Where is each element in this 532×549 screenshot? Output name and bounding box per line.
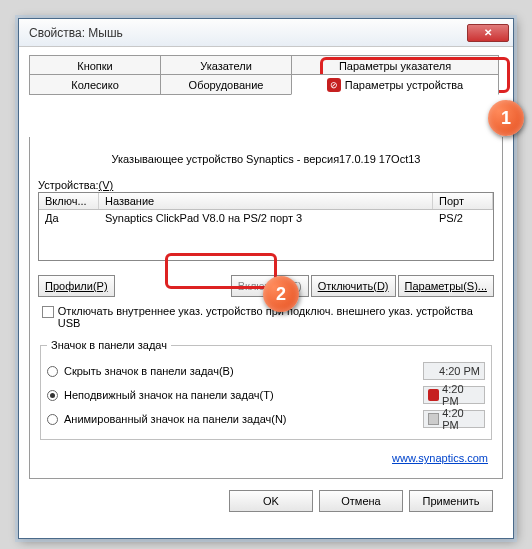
radio-static[interactable] (47, 390, 58, 401)
cell-port: PS/2 (433, 210, 493, 226)
synaptics-icon: ⊘ (327, 78, 341, 92)
dialog-footer: OK Отмена Применить (29, 479, 503, 522)
profiles-button[interactable]: Профили(P) (38, 275, 115, 297)
devices-label: Устройства:(V) (38, 179, 494, 191)
tray-icon-gray (428, 413, 439, 425)
dialog-window: Свойства: Мышь ✕ Кнопки Указатели Параме… (18, 18, 514, 539)
radio-row-hide: Скрыть значок в панели задач(B) 4:20 PM (47, 359, 485, 383)
tab-buttons[interactable]: Кнопки (29, 55, 161, 76)
radio-static-label: Неподвижный значок на панели задач(T) (64, 389, 417, 401)
tab-hardware[interactable]: Оборудование (160, 74, 292, 95)
titlebar: Свойства: Мышь ✕ (19, 19, 513, 47)
tab-panel: Указывающее устройство Synaptics - верси… (29, 137, 503, 479)
cell-name: Synaptics ClickPad V8.0 на PS/2 порт 3 (99, 210, 433, 226)
content-area: Кнопки Указатели Параметры указателя Кол… (19, 47, 513, 530)
preview-animated: 4:20 PM (423, 410, 485, 428)
radio-animated-label: Анимированный значок на панели задач(N) (64, 413, 417, 425)
radio-row-static: Неподвижный значок на панели задач(T) 4:… (47, 383, 485, 407)
preview-hide: 4:20 PM (423, 362, 485, 380)
radio-hide[interactable] (47, 366, 58, 377)
synaptics-link[interactable]: www.synaptics.com (392, 452, 488, 464)
button-row: Профили(P) Включить(E) Отключить(D) Пара… (38, 275, 494, 297)
tab-pointers[interactable]: Указатели (160, 55, 292, 76)
disable-button[interactable]: Отключить(D) (311, 275, 396, 297)
enable-button[interactable]: Включить(E) (231, 275, 309, 297)
parameters-button[interactable]: Параметры(S)... (398, 275, 494, 297)
tray-icon-legend: Значок в панели задач (47, 339, 171, 351)
radio-row-animated: Анимированный значок на панели задач(N) … (47, 407, 485, 431)
tab-device-settings-label: Параметры устройства (345, 79, 463, 91)
panel-header: Указывающее устройство Synaptics - верси… (38, 153, 494, 165)
col-enabled[interactable]: Включ... (39, 193, 99, 209)
disable-internal-label: Отключать внутреннее указ. устройство пр… (58, 305, 490, 329)
preview-static: 4:20 PM (423, 386, 485, 404)
window-title: Свойства: Мышь (29, 26, 467, 40)
devices-table: Включ... Название Порт Да Synaptics Clic… (38, 192, 494, 261)
ok-button[interactable]: OK (229, 490, 313, 512)
tab-wheel[interactable]: Колесико (29, 74, 161, 95)
cancel-button[interactable]: Отмена (319, 490, 403, 512)
table-row[interactable]: Да Synaptics ClickPad V8.0 на PS/2 порт … (39, 210, 493, 226)
radio-hide-label: Скрыть значок в панели задач(B) (64, 365, 417, 377)
cell-enabled: Да (39, 210, 99, 226)
synaptics-link-row: www.synaptics.com (44, 452, 488, 464)
tray-icon-red (428, 389, 439, 401)
radio-animated[interactable] (47, 414, 58, 425)
tab-container: Кнопки Указатели Параметры указателя Кол… (29, 55, 503, 97)
close-button[interactable]: ✕ (467, 24, 509, 42)
tab-device-settings[interactable]: ⊘ Параметры устройства (291, 74, 499, 95)
col-name[interactable]: Название (99, 193, 433, 209)
tab-pointer-options[interactable]: Параметры указателя (291, 55, 499, 76)
disable-internal-checkbox-row: Отключать внутреннее указ. устройство пр… (38, 303, 494, 331)
disable-internal-checkbox[interactable] (42, 306, 54, 318)
col-port[interactable]: Порт (433, 193, 493, 209)
tray-icon-group: Значок в панели задач Скрыть значок в па… (40, 339, 492, 440)
apply-button[interactable]: Применить (409, 490, 493, 512)
table-header: Включ... Название Порт (39, 193, 493, 210)
